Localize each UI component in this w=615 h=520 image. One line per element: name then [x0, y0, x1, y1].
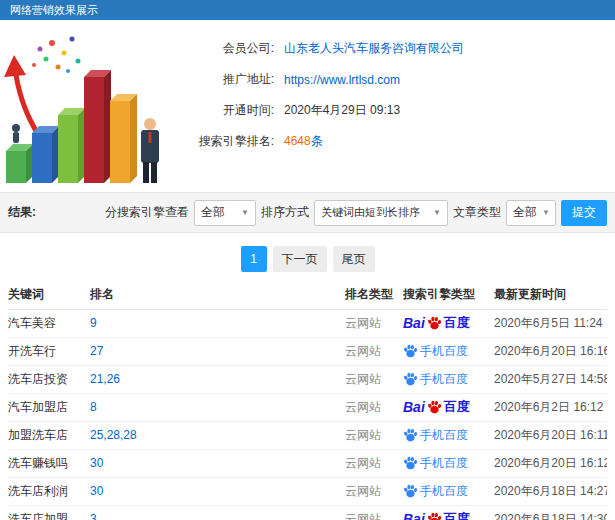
rank-type-cell: 云网站: [345, 449, 403, 477]
results-label: 结果:: [8, 204, 36, 221]
info-row-url: 推广地址: https://www.lrtlsd.com: [178, 71, 615, 88]
keyword-cell: 加盟洗车店: [8, 421, 90, 449]
info-rows: 会员公司: 山东老人头汽车服务咨询有限公司 推广地址: https://www.…: [178, 24, 615, 164]
updated-cell: 2020年5月27日 14:58: [494, 365, 607, 393]
updated-cell: 2020年6月20日 16:12: [494, 449, 607, 477]
baidu-logo: Bai 百度: [403, 398, 470, 416]
mobile-baidu-logo: 手机百度: [403, 427, 468, 444]
company-label: 会员公司:: [178, 40, 274, 57]
filter-group: 分搜索引擎查看 全部 ▼ 排序方式 关键词由短到长排序 ▼ 文章类型 全部 ▼ …: [105, 200, 607, 226]
keyword-cell: 洗车店利润: [8, 477, 90, 505]
updated-cell: 2020年6月18日 14:30: [494, 505, 607, 520]
bar-chart-illustration: [0, 24, 178, 188]
keyword-cell: 洗车赚钱吗: [8, 449, 90, 477]
pagination: 1 下一页 尾页: [0, 233, 615, 281]
mobile-baidu-logo: 手机百度: [403, 371, 468, 388]
promo-url-link[interactable]: https://www.lrtlsd.com: [284, 73, 400, 87]
mobile-baidu-logo: 手机百度: [403, 343, 468, 360]
mobile-baidu-paw-icon: [403, 484, 418, 498]
page-header: 网络营销效果展示: [0, 0, 615, 20]
rank-cell: 21,26: [90, 365, 345, 393]
engine-cell: Bai 百度 手机百度: [403, 309, 494, 337]
results-table: 关键词 排名 排名类型 搜索引擎类型 最新更新时间 汽车美容 9 云网站 Bai: [8, 281, 607, 520]
keyword-cell: 洗车店加盟: [8, 505, 90, 520]
sort-label: 排序方式: [261, 204, 309, 221]
last-page-button[interactable]: 尾页: [333, 246, 375, 272]
keyword-cell: 汽车美容: [8, 309, 90, 337]
page-1-button[interactable]: 1: [241, 246, 267, 272]
updated-cell: 2020年6月20日 16:11: [494, 421, 607, 449]
table-row: 洗车店利润 30 云网站 Bai 百度: [8, 477, 607, 505]
rank-type-cell: 云网站: [345, 505, 403, 520]
engine-cell: Bai 百度 手机百度: [403, 449, 494, 477]
rank-count-label: 搜索引擎排名:: [178, 133, 274, 150]
article-type-select[interactable]: 全部 ▼: [506, 200, 556, 226]
engine-cell: Bai 百度 手机百度: [403, 505, 494, 520]
rank-type-cell: 云网站: [345, 337, 403, 365]
table-row: 洗车店投资 21,26 云网站 Bai 百度: [8, 365, 607, 393]
keyword-cell: 洗车店投资: [8, 365, 90, 393]
open-time-value: 2020年4月29日 09:13: [284, 102, 400, 119]
rank-type-cell: 云网站: [345, 309, 403, 337]
engine-cell: Bai 百度 手机百度: [403, 477, 494, 505]
bar-chart-illustration-svg: [0, 24, 178, 188]
mobile-baidu-logo: 手机百度: [403, 455, 468, 472]
header-keyword: 关键词: [8, 281, 90, 309]
chevron-down-icon: ▼: [433, 208, 441, 217]
info-row-open-time: 开通时间: 2020年4月29日 09:13: [178, 102, 615, 119]
rank-cell: 25,28,28: [90, 421, 345, 449]
engine-cell: Bai 百度 手机百度: [403, 393, 494, 421]
rank-type-cell: 云网站: [345, 477, 403, 505]
mobile-baidu-paw-icon: [403, 428, 418, 442]
rank-count-value: 4648条: [284, 133, 323, 150]
table-header-row: 关键词 排名 排名类型 搜索引擎类型 最新更新时间: [8, 281, 607, 309]
submit-button[interactable]: 提交: [561, 200, 607, 226]
baidu-logo: Bai 百度: [403, 510, 470, 520]
table-row: 洗车店加盟 3 云网站 Bai 百度: [8, 505, 607, 520]
table-row: 加盟洗车店 25,28,28 云网站 Bai 百度: [8, 421, 607, 449]
updated-cell: 2020年6月20日 16:16: [494, 337, 607, 365]
engine-filter-label: 分搜索引擎查看: [105, 204, 189, 221]
rank-cell: 30: [90, 477, 345, 505]
chevron-down-icon: ▼: [542, 208, 550, 217]
table-row: 开洗车行 27 云网站 Bai 百度: [8, 337, 607, 365]
article-type-label: 文章类型: [453, 204, 501, 221]
info-row-company: 会员公司: 山东老人头汽车服务咨询有限公司: [178, 40, 615, 57]
engine-cell: Bai 百度 手机百度: [403, 421, 494, 449]
sort-value: 关键词由短到长排序: [321, 205, 420, 220]
baidu-paw-icon: [427, 316, 442, 330]
keyword-cell: 汽车加盟店: [8, 393, 90, 421]
engine-filter-value: 全部: [201, 204, 225, 221]
open-time-label: 开通时间:: [178, 102, 274, 119]
rank-cell: 30: [90, 449, 345, 477]
updated-cell: 2020年6月18日 14:27: [494, 477, 607, 505]
rank-type-cell: 云网站: [345, 365, 403, 393]
rank-count-unit: 条: [311, 134, 323, 148]
filter-bar: 结果: 分搜索引擎查看 全部 ▼ 排序方式 关键词由短到长排序 ▼ 文章类型 全…: [0, 192, 615, 233]
promo-url-label: 推广地址:: [178, 71, 274, 88]
rank-type-cell: 云网站: [345, 393, 403, 421]
rank-cell: 3: [90, 505, 345, 520]
table-row: 汽车加盟店 8 云网站 Bai 百度: [8, 393, 607, 421]
header-rank: 排名: [90, 281, 345, 309]
sort-select[interactable]: 关键词由短到长排序 ▼: [314, 200, 448, 226]
rank-cell: 9: [90, 309, 345, 337]
next-page-button[interactable]: 下一页: [273, 246, 327, 272]
table-row: 汽车美容 9 云网站 Bai 百度: [8, 309, 607, 337]
company-link[interactable]: 山东老人头汽车服务咨询有限公司: [284, 40, 464, 57]
table-row: 洗车赚钱吗 30 云网站 Bai 百度: [8, 449, 607, 477]
info-row-rank-count: 搜索引擎排名: 4648条: [178, 133, 615, 150]
baidu-paw-icon: [427, 512, 442, 520]
mobile-baidu-paw-icon: [403, 372, 418, 386]
article-type-value: 全部: [513, 204, 537, 221]
rank-count-number: 4648: [284, 134, 311, 148]
engine-cell: Bai 百度 手机百度: [403, 337, 494, 365]
mobile-baidu-logo: 手机百度: [403, 483, 468, 500]
updated-cell: 2020年6月5日 11:24: [494, 309, 607, 337]
keyword-cell: 开洗车行: [8, 337, 90, 365]
results-table-wrap: 关键词 排名 排名类型 搜索引擎类型 最新更新时间 汽车美容 9 云网站 Bai: [0, 281, 615, 520]
chevron-down-icon: ▼: [241, 208, 249, 217]
header-updated: 最新更新时间: [494, 281, 607, 309]
rank-type-cell: 云网站: [345, 421, 403, 449]
engine-filter-select[interactable]: 全部 ▼: [194, 200, 256, 226]
